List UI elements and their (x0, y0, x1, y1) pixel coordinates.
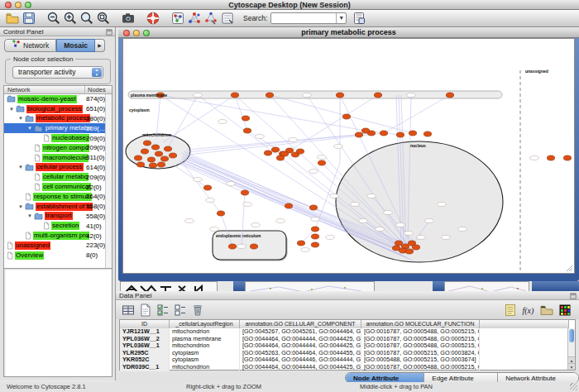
expand-arrow-icon[interactable]: ▼ (17, 165, 25, 170)
minimize-button[interactable] (133, 30, 140, 36)
resize-grip[interactable] (570, 383, 577, 390)
background-window-strip[interactable] (444, 281, 529, 291)
network-node[interactable] (361, 128, 369, 133)
network-node[interactable] (149, 163, 156, 168)
network-node[interactable] (155, 151, 162, 156)
network-node[interactable] (309, 169, 318, 173)
network-node[interactable] (289, 137, 298, 141)
delete-attribute-icon[interactable] (190, 303, 205, 318)
network-node[interactable] (280, 151, 288, 156)
network-edge[interactable] (181, 161, 221, 213)
table-row[interactable]: YDR039C__1mitochondrion[GO:0044464, GO:0… (120, 364, 569, 371)
network-node[interactable] (271, 147, 279, 152)
network-node[interactable] (147, 157, 155, 162)
network-node[interactable] (404, 231, 414, 235)
network-node[interactable] (169, 153, 176, 158)
tree-row[interactable]: ▼biological_process651(0) (4, 104, 112, 114)
tree-row[interactable]: cell communicat22(0) (4, 182, 112, 192)
network-edge[interactable] (270, 95, 413, 133)
network-node[interactable] (409, 131, 416, 136)
open-icon[interactable] (5, 11, 20, 26)
network-node[interactable] (264, 151, 271, 155)
network-node[interactable] (355, 132, 362, 137)
network-node[interactable] (417, 235, 426, 239)
table-row[interactable]: YPL036W__1mitochondrion[GO:0044464, GO:0… (120, 342, 569, 350)
tree-row[interactable]: ▼metabolic process280(0) (4, 114, 112, 124)
network-node[interactable] (311, 227, 318, 232)
table-row[interactable]: YLR295Ccytoplasm[GO:0045263, GO:0044464,… (120, 350, 569, 357)
canvas-resize-grip[interactable] (567, 265, 572, 271)
network-node[interactable] (185, 218, 194, 222)
tree-row[interactable]: response to stimulu264(0) (4, 192, 112, 202)
index-icon[interactable] (352, 11, 366, 26)
tree-row[interactable]: ▼transport558(0) (4, 212, 112, 222)
window-controls[interactable] (5, 2, 31, 8)
annotation-icon[interactable] (220, 11, 235, 26)
node-color-dropdown[interactable]: transporter activity ▲▼ (12, 66, 103, 79)
network-node[interactable] (164, 146, 171, 151)
birdseye-view[interactable] (3, 268, 112, 377)
expand-arrow-icon[interactable]: ▼ (17, 116, 25, 121)
tree-row[interactable]: ▼establishment of lo558(0) (4, 202, 112, 212)
tree-row[interactable]: secretion41(0) (4, 221, 112, 231)
network-node[interactable] (392, 246, 400, 251)
network-node[interactable] (318, 155, 327, 159)
network-modify-icon[interactable] (187, 11, 202, 26)
network-node[interactable] (311, 234, 318, 239)
scroll-down-icon[interactable]: ▼ (568, 363, 575, 370)
network-node[interactable] (301, 247, 310, 251)
tab-mosaic[interactable]: Mosaic (56, 39, 95, 52)
column-header[interactable]: _cellularLayoutRegion (170, 320, 240, 328)
network-node[interactable] (412, 245, 419, 250)
tree-row[interactable]: Overview8(0) (4, 251, 112, 261)
network-node[interactable] (530, 155, 539, 160)
network-node[interactable] (241, 190, 248, 195)
save-icon[interactable] (22, 11, 36, 26)
zoom-fit-icon[interactable] (96, 11, 111, 26)
table-row[interactable]: YKR052Ccytoplasm[GO:0044464, GO:0044446,… (120, 356, 569, 364)
network-node[interactable] (243, 202, 252, 206)
network-node[interactable] (367, 194, 376, 198)
network-node[interactable] (380, 131, 387, 136)
help-icon[interactable] (146, 11, 160, 26)
network-node[interactable] (342, 114, 350, 119)
tree-row[interactable]: mosaic-demo-yeast874(0) (4, 94, 112, 104)
import-attributes-icon[interactable] (539, 303, 554, 318)
tab-network[interactable]: Network (4, 39, 56, 52)
table-row[interactable]: YPL036W__2plasma membrane[GO:0044464, GO… (120, 336, 569, 343)
expand-arrow-icon[interactable]: ▼ (7, 107, 16, 112)
network-node[interactable] (309, 205, 317, 210)
tab-overflow-arrow[interactable]: ▶ (95, 39, 105, 52)
tree-column-nodes[interactable]: Nodes (84, 86, 106, 94)
column-header[interactable]: ID (120, 320, 170, 328)
float-panel-icon[interactable] (570, 293, 577, 299)
network-edge[interactable] (160, 95, 366, 131)
tree-row[interactable]: multi-organism pro42(0) (4, 231, 112, 241)
network-node[interactable] (237, 244, 246, 248)
network-node[interactable] (203, 185, 211, 190)
tree-row[interactable]: unassigned223(0) (4, 241, 112, 251)
network-node[interactable] (194, 177, 203, 181)
zoom-button[interactable] (25, 2, 31, 8)
expand-arrow-icon[interactable]: ▼ (26, 213, 34, 218)
network-node[interactable] (210, 227, 219, 231)
network-node[interactable] (442, 235, 451, 239)
background-window-strip[interactable] (245, 281, 375, 291)
tree-row[interactable]: nitrogen compo209(0) (4, 143, 112, 153)
table-row[interactable]: YJR121W__1mitochondrion[GO:0045267, GO:0… (120, 328, 569, 336)
network-node[interactable] (303, 93, 312, 97)
function-builder-icon[interactable]: f(x) (521, 303, 536, 318)
network-canvas[interactable]: plasma membranecytoplasmmitochondrionnuc… (122, 38, 575, 274)
network-node[interactable] (395, 241, 402, 246)
network-node[interactable] (334, 144, 343, 148)
table-scrollbar[interactable]: ▲ ▼ (567, 328, 575, 370)
network-node[interactable] (330, 194, 339, 198)
network-node[interactable] (285, 203, 292, 208)
network-node[interactable] (318, 160, 325, 165)
dropdown-stepper-icon[interactable]: ▲▼ (92, 68, 102, 77)
vizmapper-icon[interactable] (170, 11, 185, 26)
tree-column-network[interactable]: Network (7, 86, 31, 94)
network-node[interactable] (206, 198, 215, 202)
unselect-attributes-icon[interactable] (173, 303, 188, 318)
zoom-selected-icon[interactable] (79, 11, 94, 26)
